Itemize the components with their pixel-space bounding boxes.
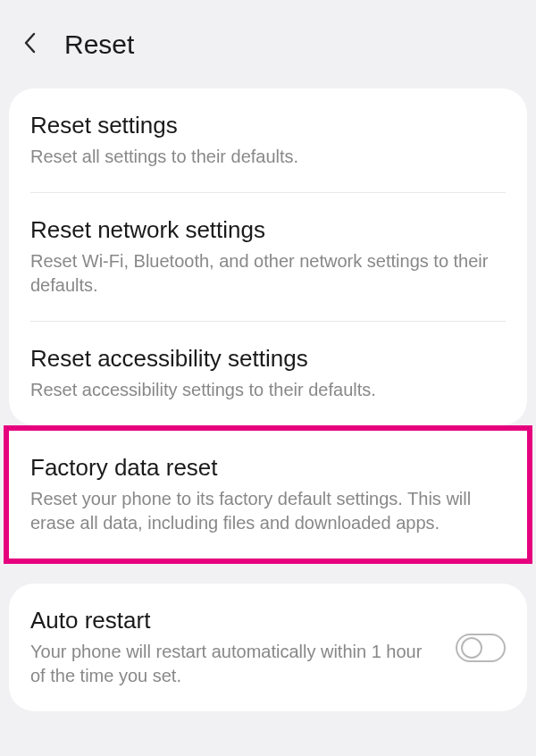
toggle-off-icon (456, 650, 506, 665)
header: Reset (0, 0, 536, 88)
item-title: Reset network settings (30, 216, 506, 244)
page-title: Reset (64, 29, 134, 60)
reset-settings-item[interactable]: Reset settings Reset all settings to the… (9, 88, 527, 192)
item-desc: Reset accessibility settings to their de… (30, 378, 506, 402)
reset-accessibility-settings-item[interactable]: Reset accessibility settings Reset acces… (9, 322, 527, 425)
item-desc: Your phone will restart automatically wi… (30, 640, 441, 688)
svg-point-1 (462, 638, 482, 658)
reset-options-card: Reset settings Reset all settings to the… (9, 88, 527, 425)
item-desc: Reset all settings to their defaults. (30, 145, 506, 169)
back-button[interactable] (21, 27, 46, 62)
auto-restart-item[interactable]: Auto restart Your phone will restart aut… (9, 584, 527, 711)
auto-restart-toggle[interactable] (456, 634, 506, 662)
item-title: Reset accessibility settings (30, 345, 506, 373)
item-title: Reset settings (30, 112, 506, 139)
item-title: Factory data reset (30, 454, 506, 482)
auto-restart-card: Auto restart Your phone will restart aut… (9, 584, 527, 711)
item-desc: Reset Wi-Fi, Bluetooth, and other networ… (30, 249, 506, 298)
factory-data-reset-item[interactable]: Factory data reset Reset your phone to i… (9, 431, 527, 559)
item-title: Auto restart (30, 607, 441, 634)
item-desc: Reset your phone to its factory default … (30, 487, 506, 535)
toggle-text: Auto restart Your phone will restart aut… (30, 607, 456, 688)
highlighted-factory-reset: Factory data reset Reset your phone to i… (4, 425, 532, 564)
reset-network-settings-item[interactable]: Reset network settings Reset Wi-Fi, Blue… (9, 193, 527, 321)
chevron-left-icon (21, 30, 39, 58)
